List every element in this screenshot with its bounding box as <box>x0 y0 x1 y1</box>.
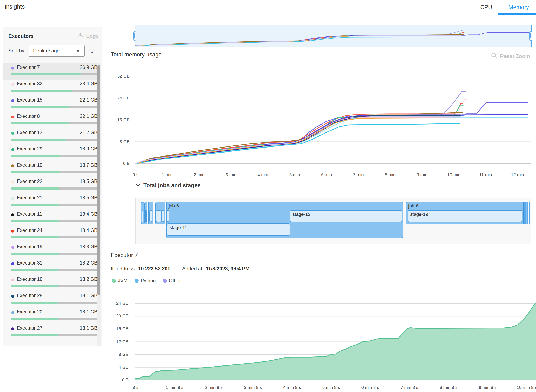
active-tab-underline <box>498 13 536 15</box>
executor-peak-value: 18.4 GB <box>80 211 97 217</box>
executor-usage-bar-fill <box>11 220 59 222</box>
sort-select[interactable]: Peak usage <box>29 45 85 57</box>
executor-usage-bar-fill <box>11 204 59 206</box>
job-bar-narrow[interactable] <box>527 202 528 224</box>
executor-row[interactable]: Executor 1018.7 GB <box>3 161 97 177</box>
executor-row[interactable]: Executor 2918.9 GB <box>3 145 97 161</box>
zoom-brush-minimap[interactable] <box>135 25 532 47</box>
executor-peak-value: 18.4 GB <box>80 228 97 233</box>
executor-row[interactable]: Executor 2718.1 GB <box>3 324 97 340</box>
header-divider <box>0 15 536 15</box>
executor-color-dot <box>11 327 14 330</box>
executor-row[interactable]: Executor 2818.1 GB <box>3 291 97 308</box>
executor-name: Executor 10 <box>17 162 42 168</box>
x-axis-label: 8 s <box>121 385 150 390</box>
stage-bar-stage-11[interactable]: stage-11 <box>167 223 290 236</box>
tab-memory[interactable]: Memory <box>508 4 529 11</box>
executor-peak-value: 18.9 GB <box>80 146 97 152</box>
executor-name: Executor 32 <box>17 81 42 87</box>
reset-zoom-button[interactable]: Reset Zoom <box>491 52 530 60</box>
legend-item-python: Python <box>135 278 156 284</box>
stage-bar[interactable] <box>162 210 164 222</box>
executor-list: Executor 726.9 GBExecutor 3223.4 GBExecu… <box>3 63 102 346</box>
executor-color-dot <box>11 181 14 184</box>
jobs-stages-header[interactable]: Total jobs and stages <box>136 182 201 189</box>
executor-peak-value: 21.2 GB <box>80 130 97 135</box>
tab-bar: CPU Memory <box>480 0 529 15</box>
executor-detail-title: Executor 7 <box>111 252 138 258</box>
brush-handle-right[interactable] <box>529 31 532 41</box>
executor-row[interactable]: Executor 2418.4 GB <box>3 226 97 243</box>
tab-cpu[interactable]: CPU <box>480 4 492 11</box>
executor-usage-bar <box>11 106 98 108</box>
executor-memory-chart[interactable] <box>134 299 536 382</box>
stage-label: stage-11 <box>169 225 187 230</box>
legend-label: JVM <box>118 278 127 284</box>
added-at-label: Added at: <box>182 266 204 272</box>
executor-name: Executor 22 <box>17 179 42 184</box>
stage-bar[interactable] <box>167 210 169 222</box>
section-divider <box>111 66 536 66</box>
stage-bar[interactable] <box>150 210 152 222</box>
executor-usage-bar <box>11 285 98 287</box>
total-memory-chart[interactable] <box>135 74 532 166</box>
executor-color-dot <box>11 83 14 86</box>
executors-title: Executors <box>8 33 34 39</box>
executor-peak-value: 18.5 GB <box>80 195 97 201</box>
executor-row[interactable]: Executor 1618.2 GB <box>3 275 97 291</box>
insights-page: Insights CPU Memory Executors Logs Sort … <box>0 0 536 392</box>
sort-direction-descending-icon[interactable]: ↓ <box>90 47 94 55</box>
executor-row[interactable]: Executor 1522.1 GB <box>3 96 97 112</box>
job-bar-narrow[interactable] <box>525 202 526 224</box>
executor-usage-bar-fill <box>11 334 58 336</box>
stage-bar[interactable] <box>142 210 143 222</box>
executor-row[interactable]: Executor 1321.2 GB <box>3 129 97 145</box>
executor-row[interactable]: Executor 3223.4 GB <box>3 80 97 96</box>
logs-button[interactable]: Logs <box>78 32 99 39</box>
executor-name: Executor 19 <box>17 244 42 249</box>
executor-row[interactable]: Executor 822.1 GB <box>3 112 97 129</box>
executor-peak-value: 26.9 GB <box>80 65 97 70</box>
executor-row[interactable]: Executor 2218.5 GB <box>3 177 97 194</box>
executor-row[interactable]: Executor 2018.1 GB <box>3 308 97 324</box>
y-axis-label: 0 B <box>110 161 130 166</box>
executor-name: Executor 11 <box>17 211 42 217</box>
executor-usage-bar-fill <box>11 155 61 157</box>
brush-handle-left[interactable] <box>133 31 136 41</box>
executor-usage-bar <box>11 139 98 141</box>
x-axis-label: 0 s <box>121 172 150 178</box>
executor-color-dot <box>11 132 14 135</box>
executor-peak-value: 18.3 GB <box>80 244 97 249</box>
executor-row[interactable]: Executor 1118.4 GB <box>3 210 97 226</box>
executor-usage-bar <box>11 90 98 92</box>
sidebar-scrollbar-thumb[interactable] <box>97 65 100 295</box>
executor-usage-bar <box>11 220 98 222</box>
reset-zoom-label: Reset Zoom <box>500 53 530 59</box>
sort-select-value: Peak usage <box>33 48 60 54</box>
executor-color-dot <box>11 311 14 314</box>
executor-color-dot <box>11 262 14 265</box>
stage-bar-stage-19[interactable]: stage-19 <box>408 210 522 222</box>
x-axis-label: 5 min 8 s <box>316 385 346 390</box>
stage-bar[interactable] <box>156 210 162 222</box>
x-axis-label: 6 min <box>312 172 341 178</box>
job-bar-narrow[interactable] <box>529 202 530 224</box>
executor-row[interactable]: Executor 2118.5 GB <box>3 194 97 210</box>
executor-color-dot <box>11 148 14 151</box>
executor-usage-bar-fill <box>11 253 59 255</box>
executor-peak-value: 23.4 GB <box>80 81 97 87</box>
stage-bar[interactable] <box>145 210 146 222</box>
executor-usage-bar <box>11 236 98 238</box>
executor-usage-bar <box>11 302 98 304</box>
executor-row[interactable]: Executor 3118.2 GB <box>3 259 97 275</box>
minimap-series-line <box>135 37 461 46</box>
job-bar-narrow[interactable] <box>523 202 525 224</box>
executor-peak-value: 18.1 GB <box>80 309 97 315</box>
executor-usage-bar <box>11 171 98 173</box>
executor-peak-value: 22.1 GB <box>80 97 97 103</box>
stage-bar-stage-12[interactable]: stage-12 <box>290 210 402 222</box>
x-axis-label: 9 min 8 s <box>473 385 502 390</box>
executor-usage-bar-fill <box>11 73 81 75</box>
executor-row[interactable]: Executor 1918.3 GB <box>3 243 97 259</box>
executor-row[interactable]: Executor 726.9 GB <box>3 63 97 80</box>
